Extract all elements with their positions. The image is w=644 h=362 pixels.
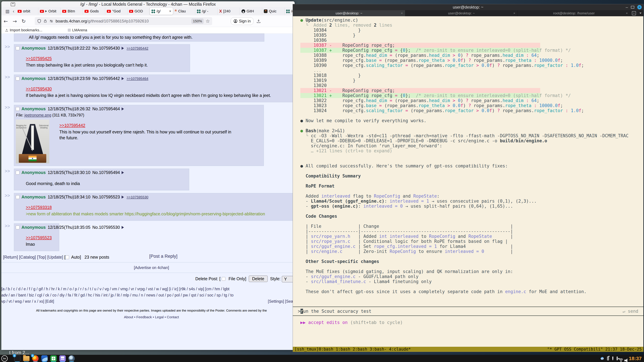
browser-tab[interactable]: Orbit — [38, 8, 60, 15]
browser-tab[interactable]: /g/× — [150, 8, 173, 15]
clipboard-tray-icon[interactable]: ! — [607, 357, 609, 360]
advertise-link[interactable]: [Advertise on 4chan] — [1, 266, 295, 270]
tab-close-icon[interactable]: × — [169, 9, 171, 13]
file-link[interactable]: jeetronome.png — [24, 113, 51, 117]
post-checkbox[interactable] — [16, 107, 20, 111]
mode-indicator[interactable]: ▶▶ accept edits on (shift+tab to cycle) — [300, 320, 403, 325]
post-image-thumbnail[interactable]: Begging for acceptanceDelusional Gloatin… — [16, 119, 49, 163]
qbittorrent-tray-icon[interactable]: qb — [601, 356, 604, 361]
quotelink[interactable]: >>107595523 — [26, 235, 52, 241]
browser-tab[interactable]: GitH — [240, 8, 262, 15]
minimize-icon[interactable]: – — [626, 5, 628, 9]
board-list-bottom[interactable]: vp / vt / wsg / wsr / x / xs] [Edit] [Se… — [1, 299, 295, 304]
maximize-icon[interactable] — [631, 6, 634, 8]
bookmark-import[interactable]: Import bookmarks... — [5, 28, 42, 32]
greentext[interactable]: >new form of abliteration that makes mod… — [26, 211, 265, 217]
wave-app-taskbar-icon[interactable] — [41, 355, 48, 362]
zoom-level-badge[interactable]: 150% — [191, 18, 204, 24]
post-number[interactable]: No.107595442 — [92, 76, 120, 81]
quotelink[interactable]: >>107595425 — [26, 56, 52, 61]
browser-tab[interactable]: *Quic — [262, 8, 284, 15]
url-bar[interactable]: boards.4chan.org/g/thread/107588615#p107… — [35, 17, 212, 25]
forward-icon[interactable]: → — [12, 18, 17, 24]
calc-taskbar-icon[interactable] — [50, 355, 57, 362]
bookmark-lmarena[interactable]: LMArena — [68, 28, 87, 32]
return-link[interactable]: [Return] — [3, 255, 18, 259]
post-menu-arrow-icon[interactable] — [122, 196, 124, 199]
browser-tab[interactable]: X[240 — [218, 8, 240, 15]
post-menu-arrow-icon[interactable] — [122, 226, 124, 229]
footer-links[interactable]: About • Feedback • Legal • Contact — [1, 315, 295, 319]
catalog-link[interactable]: [Catalog] — [19, 255, 36, 259]
post-checkbox[interactable] — [16, 46, 20, 50]
browser-tab[interactable]: "God — [105, 8, 128, 15]
close-icon[interactable]: × — [637, 5, 642, 9]
post-menu-arrow-icon[interactable] — [122, 171, 124, 174]
post-menu-arrow-icon[interactable] — [122, 107, 124, 110]
removable-media-tray-icon[interactable] — [617, 357, 618, 360]
quotelink[interactable]: >>107595442 — [59, 122, 85, 128]
terminal-tab[interactable]: user@desktop: ~× — [405, 10, 518, 16]
post-checkbox[interactable] — [16, 195, 20, 199]
auto-checkbox[interactable] — [66, 255, 69, 259]
post-checkbox[interactable] — [16, 226, 20, 229]
terminal-tab-dropdown-icon[interactable] — [638, 10, 643, 16]
mint-menu-button[interactable]: lm — [1, 355, 8, 362]
browser-tab[interactable]: /g/ - — [195, 8, 218, 15]
firefox-taskbar-icon[interactable]: 3 — [32, 355, 38, 362]
settings-search-links[interactable]: [Settings] [Search] [ — [268, 299, 295, 304]
lock-icon[interactable] — [44, 19, 47, 23]
board-list-top[interactable]: [a / b / c / d / e / f / g / gif / h / h… — [1, 287, 295, 291]
post-menu-arrow-icon[interactable] — [122, 77, 124, 80]
import-icon[interactable] — [256, 19, 261, 23]
shield-tray-icon[interactable] — [612, 357, 613, 360]
browser-alt-taskbar-icon[interactable] — [68, 355, 75, 362]
browser-tab[interactable]: orbit — [16, 8, 38, 15]
writer-taskbar-icon[interactable] — [59, 355, 66, 362]
post-number[interactable]: No.107595494 — [92, 170, 120, 175]
back-icon[interactable]: ← — [4, 18, 8, 24]
terminal-tab[interactable]: root@desktop: /home/user× — [518, 10, 630, 16]
bookmark-star-icon[interactable]: ☆ — [206, 18, 210, 24]
post-number[interactable]: No.107595530 — [92, 225, 120, 230]
backlink[interactable]: >>107595464 — [126, 77, 148, 81]
sign-in-button[interactable]: Sign in — [230, 17, 254, 25]
post-checkbox[interactable] — [16, 77, 20, 80]
browser-tab[interactable]: GOD — [128, 8, 150, 15]
browser-tab[interactable]: *Clau — [173, 8, 195, 15]
shield-icon[interactable] — [37, 19, 42, 23]
browser-tab[interactable]: Bitm — [60, 8, 83, 15]
terminal-taskbar-icon[interactable]: 3 — [14, 355, 20, 362]
file-only-checkbox[interactable] — [222, 277, 226, 281]
post-menu-arrow-icon[interactable] — [122, 47, 124, 50]
url-text[interactable]: boards.4chan.org/g/thread/107588615#p107… — [56, 19, 148, 23]
terminal-tab-close-icon[interactable]: × — [513, 11, 515, 15]
tab-audio-icon[interactable] — [45, 10, 47, 12]
post-checkbox[interactable] — [16, 171, 20, 174]
quotelink[interactable]: >>107595430 — [26, 86, 52, 92]
permissions-icon[interactable] — [49, 19, 54, 23]
tab-list-icon[interactable]: ▥ — [5, 9, 10, 14]
files-taskbar-icon[interactable] — [23, 355, 30, 362]
backlink[interactable]: >>107595442 — [126, 46, 148, 50]
post-number[interactable]: No.107595430 — [92, 46, 120, 51]
tab-scroll-left-icon[interactable]: ‹ — [13, 9, 14, 14]
post-reply-link[interactable]: [Post a Reply] — [149, 254, 178, 259]
terminal-tab-close-icon[interactable]: × — [401, 11, 403, 15]
browser-tab[interactable]: Gods — [83, 8, 105, 15]
reload-icon[interactable]: ↻ — [22, 18, 26, 24]
backlink[interactable]: >>107595530 — [126, 195, 148, 199]
claude-input-box[interactable]: > run the Scout accuracy test ↵ send — [293, 307, 643, 316]
tmux-windows[interactable]: [ssh_tmux]0:bash 1:bash 2:bash 3:bash- 4… — [294, 347, 411, 352]
post-number[interactable]: No.107595464 — [92, 106, 120, 111]
prompt-text[interactable]: un the Scout accuracy test — [303, 309, 371, 314]
terminal-tab[interactable]: user@desktop: ~× — [293, 10, 405, 16]
post-number[interactable]: No.107595523 — [92, 195, 120, 199]
top-link[interactable]: [Top] — [37, 255, 46, 259]
board-list-mid[interactable]: adv / an / bant / biz / cgl / ck / co / … — [1, 293, 295, 298]
update-link[interactable]: [Update] — [47, 255, 63, 259]
terminal-new-tab-button[interactable]: + — [630, 10, 638, 16]
terminal-tab-close-icon[interactable]: × — [626, 11, 628, 15]
quotelink[interactable]: >>107593318 — [26, 204, 52, 210]
delete-button[interactable]: Delete — [249, 276, 268, 282]
